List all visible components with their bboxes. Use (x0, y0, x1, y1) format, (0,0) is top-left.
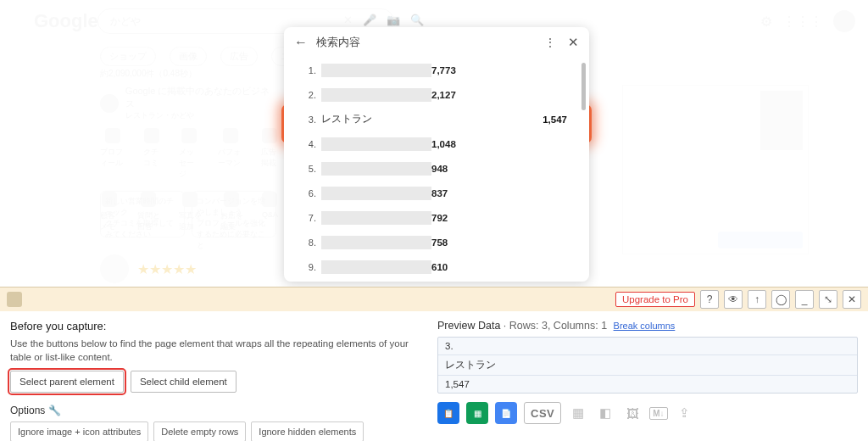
scraper-toolbar: Upgrade to Pro ? 👁 ↑ ◯ _ ⤡ ✕ (0, 287, 868, 311)
up-arrow-icon[interactable]: ↑ (748, 290, 766, 309)
list-row[interactable]: 2.2,127 (299, 82, 570, 107)
markdown-export-icon[interactable]: M↓ (649, 407, 667, 420)
office-export-icon[interactable]: ◧ (595, 403, 615, 423)
list-row[interactable]: 9.610 (299, 254, 570, 276)
list-row[interactable]: 5.948 (299, 156, 570, 181)
list-row[interactable]: 4.1,048 (299, 131, 570, 156)
preview-cell: レストラン (438, 355, 857, 376)
top-right-icons: ⚙ ⋮⋮⋮ (760, 10, 855, 32)
docs-export-icon[interactable]: 📄 (495, 402, 517, 424)
suggestion-cards: 新しい営業時間のチェッククチコミを取得してみてください コンバージョンを増やしま… (100, 191, 276, 237)
preview-cell: 1,547 (438, 376, 857, 393)
break-columns-link[interactable]: Break columns (614, 321, 676, 331)
list-row-selected[interactable]: 3.レストラン1,547 (299, 107, 570, 131)
popup-title: 検索内容 (316, 36, 544, 50)
circle-icon[interactable]: ◯ (771, 290, 790, 309)
csv-export-button[interactable]: CSV (524, 402, 561, 424)
clipboard-export-icon[interactable]: 📋 (437, 402, 459, 424)
preview-pane: Preview Data · Rows: 3, Columns: 1 Break… (432, 311, 868, 441)
wrench-icon: 🔧 (48, 405, 61, 416)
select-child-button[interactable]: Select child element (131, 371, 236, 393)
opt-delete-empty[interactable]: Delete empty rows (153, 421, 246, 441)
before-capture-title: Before you capture: (10, 320, 422, 332)
share-export-icon[interactable]: ⇪ (675, 403, 695, 423)
scrollbar[interactable] (581, 63, 586, 110)
list-row[interactable]: 7.792 (299, 205, 570, 230)
excel-export-icon[interactable]: ▦ (568, 403, 588, 423)
review-row: ★★★★★ (100, 254, 197, 283)
search-bar-icons: ✕🎤📷🔍 (343, 14, 424, 26)
knowledge-panel (622, 85, 809, 254)
upgrade-button[interactable]: Upgrade to Pro (615, 292, 695, 307)
picture-export-icon[interactable]: 🖼 (622, 403, 643, 423)
select-parent-button[interactable]: Select parent element (10, 371, 124, 393)
options-title[interactable]: Options🔧 (10, 405, 422, 416)
preview-title: Preview Data · Rows: 3, Columns: 1 Break… (437, 320, 858, 332)
before-capture-desc: Use the buttons below to find the page e… (10, 338, 422, 364)
export-row: 📋 ▦ 📄 CSV ▦ ◧ 🖼 M↓ ⇪ (437, 402, 858, 424)
collapse-icon[interactable]: ⤡ (819, 290, 837, 309)
gear-icon[interactable]: ⚙ (760, 14, 772, 30)
capture-settings: Before you capture: Use the buttons belo… (0, 311, 432, 441)
more-icon[interactable]: ⋮ (544, 36, 556, 49)
preview-table: 3. レストラン 1,547 (437, 337, 858, 394)
back-icon[interactable]: ← (294, 35, 308, 50)
search-content-popup: ← 検索内容 ⋮ ✕ 1.7,773 2.2,127 3.レストラン1,547 … (284, 27, 589, 282)
list-row[interactable]: 8.758 (299, 230, 570, 254)
result-stats: 約2,090,000件（0.48秒） (100, 68, 197, 80)
avatar[interactable] (833, 10, 855, 32)
preview-cell: 3. (438, 338, 857, 355)
scraper-logo-icon (7, 292, 22, 307)
close-icon[interactable]: ✕ (568, 35, 579, 50)
minimize-icon[interactable]: _ (795, 290, 814, 309)
scraper-panel: Upgrade to Pro ? 👁 ↑ ◯ _ ⤡ ✕ Before you … (0, 287, 868, 441)
help-icon[interactable]: ? (700, 290, 719, 309)
opt-ignore-hidden[interactable]: Ignore hidden elements (251, 421, 364, 441)
apps-icon[interactable]: ⋮⋮⋮ (782, 14, 823, 30)
close-panel-icon[interactable]: ✕ (843, 290, 861, 309)
eye-off-icon[interactable]: 👁 (724, 290, 743, 309)
sheets-export-icon[interactable]: ▦ (466, 402, 488, 424)
google-logo: Google (34, 10, 98, 32)
opt-ignore-images[interactable]: Ignore image + icon attributes (10, 421, 148, 441)
list-row[interactable]: 6.837 (299, 181, 570, 205)
list-row[interactable]: 1.7,773 (299, 58, 570, 82)
